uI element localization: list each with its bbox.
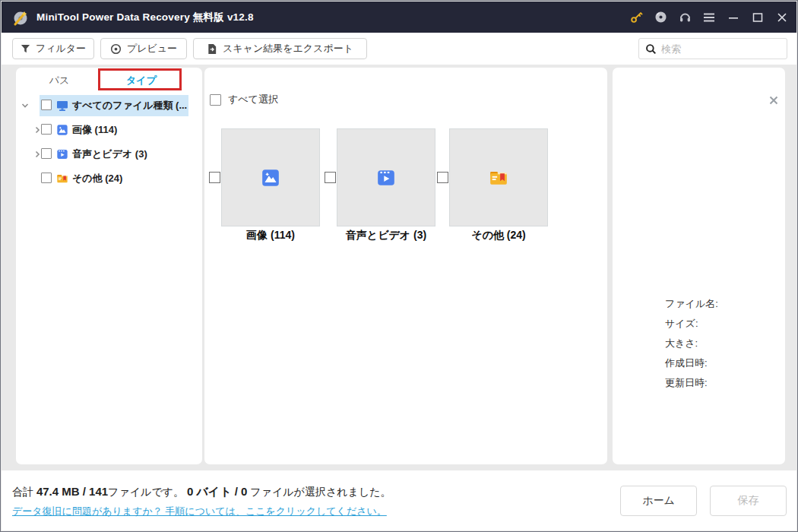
tree-item-label: 音声とビデオ (3) bbox=[72, 147, 147, 161]
select-all-label: すべて選択 bbox=[228, 93, 278, 106]
search-icon bbox=[645, 43, 657, 55]
title-bar: MiniTool Power Data Recovery 無料版 v12.8 bbox=[2, 2, 796, 33]
summary-total: 47.4 MB / 141 bbox=[36, 485, 108, 498]
tree-item-other[interactable]: その他 (24) bbox=[16, 168, 202, 189]
folder-icon bbox=[56, 173, 68, 185]
export-button-label: スキャン結果をエクスポート bbox=[223, 42, 353, 55]
key-icon[interactable] bbox=[629, 11, 643, 24]
file-detail-fields: ファイル名: サイズ: 大きさ: 作成日時: 更新日時: bbox=[665, 294, 718, 393]
chevron-down-icon[interactable] bbox=[21, 101, 30, 110]
details-panel: ファイル名: サイズ: 大きさ: 作成日時: 更新日時: bbox=[613, 68, 785, 464]
tile-label-other: その他 (24) bbox=[449, 229, 548, 242]
toolbar: フィルター プレビュー スキャン結果をエクスポート bbox=[2, 33, 796, 65]
recovery-help-link[interactable]: データ復旧に問題がありますか？ 手順については、ここをクリックしてください。 bbox=[12, 505, 387, 518]
headset-icon[interactable] bbox=[678, 11, 692, 24]
tree-item-label: 画像 (114) bbox=[72, 123, 117, 137]
summary-selected: 0 バイト / 0 bbox=[187, 485, 247, 498]
select-all-row: すべて選択 bbox=[210, 93, 278, 106]
tree-item-label: すべてのファイル種類 (... bbox=[72, 99, 187, 112]
maximize-icon[interactable] bbox=[751, 11, 765, 24]
video-icon bbox=[56, 148, 68, 160]
tree-item-label: その他 (24) bbox=[72, 172, 122, 185]
tile-checkbox-audio-video[interactable] bbox=[325, 172, 336, 183]
tile-label-images: 画像 (114) bbox=[221, 229, 320, 242]
tile-checkbox-other[interactable] bbox=[437, 172, 448, 183]
search-box[interactable] bbox=[638, 38, 787, 59]
workspace: パス タイプ すべてのファイル種類 (... 画像 (114) bbox=[2, 65, 796, 470]
minimize-icon[interactable] bbox=[727, 11, 740, 24]
home-button[interactable]: ホーム bbox=[620, 486, 697, 516]
footer: 合計 47.4 MB / 141ファイルです。 0 バイト / 0 ファイルが選… bbox=[2, 470, 796, 530]
close-details-icon[interactable] bbox=[768, 95, 779, 106]
filter-button-label: フィルター bbox=[36, 42, 86, 55]
video-icon bbox=[376, 168, 396, 188]
tile-checkbox-images[interactable] bbox=[209, 172, 220, 183]
content-panel: すべて選択 画像 (114) 音声とビデオ (3) その他 (24) bbox=[204, 68, 607, 464]
close-icon[interactable] bbox=[775, 11, 789, 24]
left-panel: パス タイプ すべてのファイル種類 (... 画像 (114) bbox=[16, 68, 202, 464]
app-window: MiniTool Power Data Recovery 無料版 v12.8 bbox=[0, 0, 798, 532]
image-icon bbox=[56, 124, 68, 136]
tab-type[interactable]: タイプ bbox=[115, 72, 168, 89]
search-input[interactable] bbox=[661, 43, 781, 55]
tile-other[interactable] bbox=[449, 128, 548, 226]
window-title: MiniTool Power Data Recovery 無料版 v12.8 bbox=[36, 11, 254, 24]
save-button[interactable]: 保存 bbox=[710, 486, 787, 516]
tree-checkbox-images[interactable] bbox=[41, 124, 52, 135]
summary-mid: ファイルです。 bbox=[108, 486, 187, 498]
summary-suffix: ファイルが選択されました。 bbox=[247, 486, 391, 498]
selection-summary: 合計 47.4 MB / 141ファイルです。 0 バイト / 0 ファイルが選… bbox=[12, 485, 391, 499]
tree-checkbox-audio-video[interactable] bbox=[41, 148, 52, 159]
preview-button-label: プレビュー bbox=[127, 42, 177, 55]
summary-prefix: 合計 bbox=[12, 486, 36, 498]
export-scan-result-button[interactable]: スキャン結果をエクスポート bbox=[193, 38, 367, 59]
tile-images[interactable] bbox=[221, 128, 320, 226]
tile-audio-video[interactable] bbox=[337, 128, 435, 226]
detail-field-filename: ファイル名: bbox=[665, 294, 718, 314]
preview-button[interactable]: プレビュー bbox=[100, 38, 187, 59]
detail-field-dimensions: 大きさ: bbox=[665, 334, 718, 353]
tree-item-images[interactable]: 画像 (114) bbox=[16, 119, 202, 141]
disc-icon[interactable] bbox=[654, 11, 667, 24]
filter-icon bbox=[21, 44, 30, 54]
tree-item-audio-video[interactable]: 音声とビデオ (3) bbox=[16, 144, 202, 165]
detail-field-size: サイズ: bbox=[665, 314, 718, 334]
filter-button[interactable]: フィルター bbox=[12, 38, 94, 59]
tree-checkbox-all-file-types[interactable] bbox=[41, 100, 52, 110]
tree-item-all-file-types[interactable]: すべてのファイル種類 (... bbox=[16, 95, 202, 116]
monitor-icon bbox=[56, 100, 68, 112]
detail-field-created: 作成日時: bbox=[665, 353, 718, 373]
menu-icon[interactable] bbox=[702, 11, 716, 24]
image-icon bbox=[261, 168, 280, 188]
export-icon bbox=[207, 43, 217, 55]
detail-field-modified: 更新日時: bbox=[665, 373, 718, 393]
folder-icon bbox=[489, 168, 508, 188]
tab-path[interactable]: パス bbox=[33, 72, 86, 89]
tile-label-audio-video: 音声とビデオ (3) bbox=[337, 229, 435, 242]
preview-icon bbox=[110, 43, 122, 55]
select-all-checkbox[interactable] bbox=[210, 94, 221, 106]
app-logo-icon bbox=[11, 8, 30, 27]
tree-checkbox-other[interactable] bbox=[41, 173, 52, 183]
